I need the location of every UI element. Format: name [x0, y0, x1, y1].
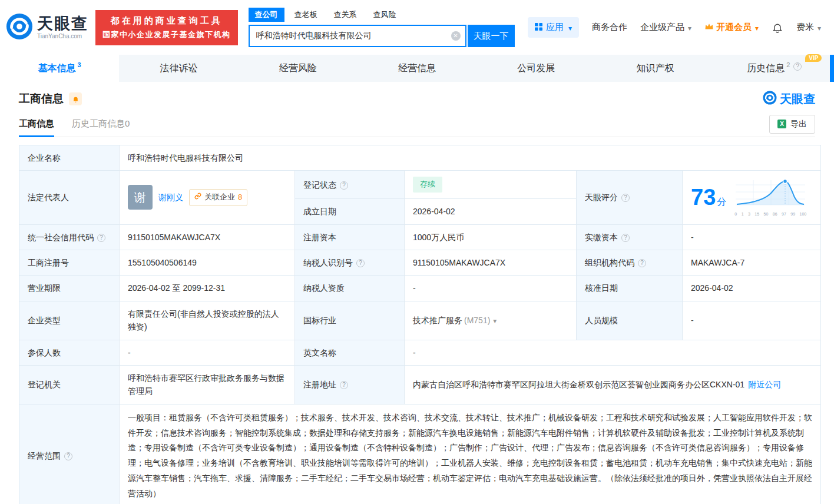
help-icon[interactable] [97, 234, 105, 242]
help-icon[interactable] [621, 234, 630, 242]
notifications-bell-icon[interactable] [772, 22, 783, 34]
nearby-companies-link[interactable]: 附近公司 [748, 380, 781, 389]
search-button[interactable]: 天眼一下 [468, 25, 515, 47]
related-companies-count: 8 [238, 191, 242, 204]
business-info-table: 企业名称 呼和浩特时代电服科技有限公司 法定代表人 谢 谢刚义 [19, 145, 821, 504]
nav-tab-operating-info[interactable]: 经营信息 [358, 55, 476, 82]
company-type-value: 有限责任公司(非自然人投资或控股的法人独资) [120, 301, 295, 340]
reg-capital-label: 注册资本 [295, 224, 405, 250]
help-icon[interactable] [340, 181, 348, 190]
business-term-label: 营业期限 [19, 276, 120, 301]
score-value: 73分 [691, 186, 726, 208]
chevron-down-icon [816, 22, 821, 32]
nav-tab-legal-litigation[interactable]: 法律诉讼 [119, 55, 238, 82]
help-icon[interactable] [340, 381, 348, 389]
legal-rep-avatar[interactable]: 谢 [128, 185, 153, 210]
score-mini-chart: 01 315 5086 9799 100 [734, 178, 806, 217]
taxpayer-id-label: 纳税人识别号 [295, 250, 405, 275]
export-label: 导出 [790, 119, 807, 130]
apps-label: 应用 [546, 22, 564, 33]
nav-tab-history-info[interactable]: 历史信息 2 VIP [715, 55, 834, 82]
crown-icon [704, 22, 714, 32]
table-row: 经营范围 一般项目：租赁服务（不含许可类租赁服务）；技术服务、技术开发、技术咨询… [19, 404, 821, 504]
export-button[interactable]: 导出 [769, 115, 815, 134]
chevron-down-icon [687, 22, 691, 32]
nav-tab-company-development[interactable]: 公司发展 [476, 55, 595, 82]
nav-tab-operating-risk[interactable]: 经营风险 [239, 55, 358, 82]
search-tabs: 查公司 查老板 查关系 查风险 [249, 8, 515, 22]
search-tab-boss[interactable]: 查老板 [288, 8, 324, 22]
clear-icon[interactable] [451, 31, 461, 41]
search-input-wrap [249, 25, 466, 47]
help-icon[interactable] [621, 194, 630, 202]
chevron-down-icon[interactable] [490, 316, 497, 325]
section-title: 工商信息 [19, 91, 64, 107]
company-type-label: 企业类型 [19, 301, 120, 340]
chevron-down-icon [567, 22, 572, 32]
business-scope-label: 经营范围 [19, 404, 120, 504]
insured-count-label: 参保人数 [19, 340, 120, 365]
nav-tab-label: 公司发展 [517, 62, 555, 75]
tianyancha-company-page: 天眼查 TianYanCha.com 都在用的商业查询工具 国家中小企业发展子基… [0, 0, 834, 504]
search-tab-relation[interactable]: 查关系 [327, 8, 363, 22]
vip-upgrade-menu[interactable]: 开通会员 [704, 22, 759, 33]
org-code-label: 组织机构代码 [577, 250, 683, 275]
search-tab-risk[interactable]: 查风险 [367, 8, 403, 22]
related-companies-label: 关联企业 [204, 191, 235, 204]
approval-date-label: 核准日期 [577, 276, 683, 301]
english-name-label: 英文名称 [295, 340, 405, 365]
tab-business-info[interactable]: 工商信息 [19, 111, 54, 137]
search-tab-company[interactable]: 查公司 [249, 8, 284, 22]
business-scope-value: 一般项目：租赁服务（不含许可类租赁服务）；技术服务、技术开发、技术咨询、技术交流… [120, 404, 821, 504]
credit-code-label: 统一社会信用代码 [19, 224, 120, 250]
subscribe-bell-icon[interactable] [69, 92, 82, 105]
header-right: 应用 商务合作 企业级产品 开通会员 费米 [528, 17, 821, 38]
help-icon[interactable] [793, 62, 802, 71]
org-code-value: MAKAWJCA-7 [683, 250, 821, 275]
nav-tab-count: 2 [786, 61, 790, 68]
industry-value[interactable]: 技术推广服务(M751) [405, 301, 577, 340]
promo-banner-line1: 都在用的商业查询工具 [102, 15, 231, 26]
table-row: 企业类型 有限责任公司(非自然人投资或控股的法人独资) 国标行业 技术推广服务(… [19, 301, 821, 340]
tianyancha-logo[interactable]: 天眼查 TianYanCha.com [6, 13, 88, 42]
excel-icon [777, 120, 786, 128]
nav-tab-label: 历史信息 [747, 62, 785, 75]
company-name-label: 企业名称 [19, 145, 120, 171]
staff-size-value: - [683, 301, 821, 340]
table-row: 营业期限 2026-04-02 至 2099-12-31 纳税人资质 - 核准日… [19, 276, 821, 301]
table-row: 登记机关 呼和浩特市赛罕区行政审批政务服务与数据管理局 注册地址 内蒙古自治区呼… [19, 365, 821, 404]
business-cooperation-link[interactable]: 商务合作 [592, 22, 627, 33]
subtabs: 工商信息 历史工商信息0 导出 [19, 111, 815, 137]
table-row: 企业名称 呼和浩特时代电服科技有限公司 [19, 145, 821, 171]
help-icon[interactable] [64, 452, 72, 460]
establish-date-label: 成立日期 [295, 199, 405, 224]
reg-number-label: 工商注册号 [19, 250, 120, 275]
reg-capital-value: 1000万人民币 [405, 224, 577, 250]
search-input[interactable] [249, 25, 466, 47]
nav-tab-basic-info[interactable]: 基本信息 3 [0, 55, 119, 82]
user-menu[interactable]: 费米 [796, 22, 821, 33]
logo-domain: TianYanCha.com [37, 33, 88, 39]
staff-size-label: 人员规模 [577, 301, 683, 340]
vip-badge: VIP [805, 54, 822, 62]
apps-menu[interactable]: 应用 [528, 17, 579, 38]
enterprise-products-menu[interactable]: 企业级产品 [640, 22, 691, 33]
nav-tab-intellectual-property[interactable]: 知识产权 [595, 55, 714, 82]
tab-history-business-info[interactable]: 历史工商信息0 [72, 111, 130, 137]
nav-tab-label: 经营信息 [398, 62, 436, 75]
nav-tab-label: 经营风险 [279, 62, 317, 75]
legal-rep-cell: 谢 谢刚义 关联企业 8 [120, 171, 295, 224]
tab-label: 历史工商信息0 [72, 118, 130, 130]
reg-authority-value: 呼和浩特市赛罕区行政审批政务服务与数据管理局 [120, 365, 295, 404]
related-companies-tag[interactable]: 关联企业 8 [189, 189, 247, 206]
industry-label: 国标行业 [295, 301, 405, 340]
company-name-value: 呼和浩特时代电服科技有限公司 [120, 145, 821, 171]
scrollbar-thumb[interactable] [830, 55, 834, 82]
legal-rep-label: 法定代表人 [19, 171, 120, 224]
nav-tab-label: 法律诉讼 [160, 62, 197, 75]
table-row: 法定代表人 谢 谢刚义 关联企业 [19, 171, 821, 199]
table-row: 参保人数 - 英文名称 - [19, 340, 821, 365]
help-icon[interactable] [638, 259, 646, 267]
legal-rep-name-link[interactable]: 谢刚义 [158, 191, 183, 204]
help-icon[interactable] [356, 259, 365, 267]
